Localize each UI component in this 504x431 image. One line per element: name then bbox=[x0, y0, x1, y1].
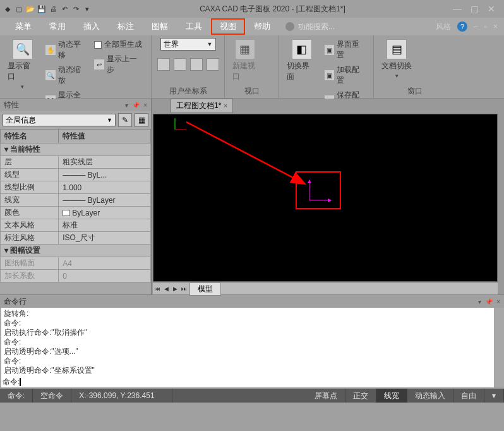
properties-header: 特性 ▾ 📌 × bbox=[0, 99, 151, 111]
props-tool-2[interactable]: ▦ bbox=[135, 113, 148, 127]
table-row: 层粗实线层 bbox=[1, 156, 151, 169]
ucs-tool-3[interactable] bbox=[190, 58, 203, 71]
new-viewport-button[interactable]: ▦ 新建视口 bbox=[230, 38, 260, 83]
reset-icon: ▣ bbox=[325, 45, 335, 55]
ucs-tool-1[interactable] bbox=[157, 58, 170, 71]
feature-search[interactable]: 功能搜索... bbox=[285, 21, 335, 32]
dyn-zoom-button[interactable]: 🔍动态缩放 bbox=[44, 63, 90, 87]
magnifier-icon: 🔍 bbox=[13, 39, 33, 59]
table-row: 加长系数0 bbox=[1, 270, 151, 282]
panel-dropdown-icon[interactable]: ▾ bbox=[478, 298, 481, 305]
prev-icon: ↩ bbox=[94, 59, 104, 70]
menu-gongju[interactable]: 工具 bbox=[177, 18, 211, 35]
win-tool-2[interactable] bbox=[432, 38, 443, 49]
ribbon-group-window: ▤ 文档切换 ▾ 窗口 bbox=[374, 35, 456, 98]
table-row: 图纸幅面A4 bbox=[1, 257, 151, 270]
qat-dropdown-icon[interactable]: ▾ bbox=[82, 4, 92, 14]
menu-bangzhu[interactable]: 帮助 bbox=[245, 18, 279, 35]
tab-close-icon[interactable]: × bbox=[224, 102, 227, 109]
close-button[interactable]: ✕ bbox=[488, 4, 495, 14]
nav-first-icon[interactable]: ⏮ bbox=[153, 284, 162, 293]
status-lineweight[interactable]: 线宽 bbox=[376, 389, 407, 403]
panel-close-icon[interactable]: × bbox=[143, 102, 147, 109]
load-icon: ▣ bbox=[325, 70, 335, 80]
hand-icon: ✋ bbox=[45, 45, 56, 55]
panel-pin-icon[interactable]: 📌 bbox=[485, 298, 493, 305]
menu-tufu[interactable]: 图幅 bbox=[143, 18, 177, 35]
properties-panel: 特性 ▾ 📌 × 全局信息 ▼ ✎ ▦ 特性名特性值 ▾ 当前特性 层粗实线层 … bbox=[0, 99, 152, 294]
regen-all-button[interactable]: 全部重生成 bbox=[93, 38, 146, 51]
menu-caidan[interactable]: 菜单 bbox=[6, 18, 40, 35]
minimize-button[interactable]: — bbox=[453, 4, 462, 14]
app-icon[interactable]: ◆ bbox=[3, 4, 13, 14]
command-input[interactable]: 命令: bbox=[1, 376, 494, 387]
table-row: 文本风格标准 bbox=[1, 219, 151, 232]
status-tray-icon[interactable]: ▾ bbox=[484, 389, 504, 403]
status-empty: 空命令 bbox=[33, 389, 71, 403]
undo-icon[interactable]: ↶ bbox=[59, 4, 69, 14]
col-value: 特性值 bbox=[59, 130, 151, 143]
open-icon[interactable]: 📂 bbox=[25, 4, 35, 14]
ucs-tool-4[interactable] bbox=[207, 58, 219, 71]
print-icon[interactable]: 🖨 bbox=[48, 4, 58, 14]
chevron-down-icon: ▼ bbox=[207, 41, 213, 47]
status-screen[interactable]: 屏幕点 bbox=[307, 389, 345, 403]
ui-load-button[interactable]: ▣加载配置 bbox=[323, 63, 368, 87]
panel-close-icon[interactable]: × bbox=[496, 298, 500, 305]
nav-prev-icon[interactable]: ◀ bbox=[162, 284, 171, 293]
menu-biaozhu[interactable]: 标注 bbox=[109, 18, 143, 35]
win-tool-3[interactable] bbox=[418, 52, 429, 63]
panel-pin-icon[interactable]: 📌 bbox=[132, 102, 140, 109]
table-row: 线型——— ByL... bbox=[1, 169, 151, 181]
ui-reset-button[interactable]: ▣界面重置 bbox=[323, 38, 368, 62]
dropdown-arrow-icon: ▾ bbox=[395, 73, 399, 79]
status-free[interactable]: 自由 bbox=[453, 389, 484, 403]
main-area: 特性 ▾ 📌 × 全局信息 ▼ ✎ ▦ 特性名特性值 ▾ 当前特性 层粗实线层 … bbox=[0, 99, 504, 294]
status-dyninput[interactable]: 动态输入 bbox=[407, 389, 453, 403]
mdi-restore-icon[interactable]: ▫ bbox=[484, 22, 487, 31]
props-tool-1[interactable]: ✎ bbox=[118, 113, 132, 127]
table-row: 线型比例1.000 bbox=[1, 181, 151, 194]
nav-last-icon[interactable]: ⏭ bbox=[179, 284, 188, 293]
ucs-tool-2[interactable] bbox=[174, 58, 186, 71]
redo-icon[interactable]: ↷ bbox=[71, 4, 81, 14]
properties-selector[interactable]: 全局信息 ▼ bbox=[3, 114, 116, 126]
win-tool-1[interactable] bbox=[418, 38, 429, 49]
style-label[interactable]: 风格 bbox=[436, 21, 451, 32]
status-ortho[interactable]: 正交 bbox=[345, 389, 376, 403]
switch-ui-button[interactable]: ◧ 切换界面 bbox=[284, 38, 320, 83]
mdi-close-icon[interactable]: × bbox=[493, 22, 498, 31]
drawing-canvas[interactable] bbox=[153, 114, 498, 282]
prev-view-button[interactable]: ↩显示上一步 bbox=[93, 52, 146, 76]
chevron-down-icon: ▼ bbox=[107, 117, 112, 123]
canvas-area: 工程图文档1* × bbox=[152, 99, 504, 294]
dropdown-arrow-icon: ▾ bbox=[21, 83, 24, 90]
group-sheet[interactable]: ▾ 图幅设置 bbox=[1, 245, 151, 257]
model-tab[interactable]: 模型 bbox=[189, 282, 221, 296]
switch-icon: ◧ bbox=[292, 39, 312, 59]
maximize-button[interactable]: ▢ bbox=[471, 4, 479, 14]
group-label-window: 窗口 bbox=[379, 85, 451, 97]
menu-changyong[interactable]: 常用 bbox=[40, 18, 75, 35]
group-current[interactable]: ▾ 当前特性 bbox=[1, 143, 151, 156]
help-icon[interactable]: ? bbox=[457, 21, 467, 32]
doc-switch-button[interactable]: ▤ 文档切换 ▾ bbox=[379, 38, 414, 80]
quick-access-toolbar: ◆ ▢ 📂 💾 🖨 ↶ ↷ ▾ bbox=[3, 4, 92, 14]
mdi-minimize-icon[interactable]: – bbox=[474, 22, 478, 31]
menu-shitu[interactable]: 视图 bbox=[211, 18, 245, 35]
ribbon-group-uiops: ◧ 切换界面 ▣界面重置 ▣加载配置 ▣保存配置 界面操作 bbox=[279, 35, 374, 98]
ucs-combo[interactable]: 世界 ▼ bbox=[160, 38, 216, 51]
nav-next-icon[interactable]: ▶ bbox=[171, 284, 179, 293]
new-icon[interactable]: ▢ bbox=[14, 4, 24, 14]
status-coords: X:-396.099, Y:236.451 bbox=[71, 389, 172, 403]
status-bar: 命令: 空命令 X:-396.099, Y:236.451 屏幕点 正交 线宽 … bbox=[0, 389, 504, 403]
show-window-button[interactable]: 🔍 显示窗口 ▾ bbox=[5, 38, 40, 91]
document-tab[interactable]: 工程图文档1* × bbox=[171, 99, 233, 113]
status-command: 命令: bbox=[0, 389, 33, 403]
save-icon[interactable]: 💾 bbox=[37, 4, 47, 14]
menu-charu[interactable]: 插入 bbox=[75, 18, 109, 35]
dyn-pan-button[interactable]: ✋动态平移 bbox=[44, 38, 90, 62]
win-tool-4[interactable] bbox=[432, 52, 443, 63]
command-panel: 命令行 ▾ 📌 × 旋转角: 命令: 启动执行命令:"取消操作" 命令: 启动透… bbox=[0, 294, 504, 387]
panel-dropdown-icon[interactable]: ▾ bbox=[125, 102, 128, 109]
